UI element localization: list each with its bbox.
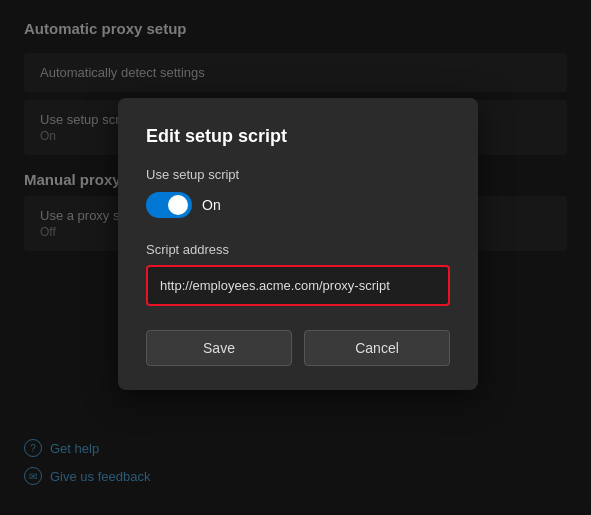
button-row: Save Cancel	[146, 330, 450, 366]
script-address-input[interactable]	[150, 269, 446, 302]
use-setup-script-toggle[interactable]	[146, 192, 192, 218]
modal-title: Edit setup script	[146, 126, 450, 147]
use-setup-script-label: Use setup script	[146, 167, 450, 182]
script-address-input-wrapper	[146, 265, 450, 306]
toggle-row: On	[146, 192, 450, 218]
cancel-button[interactable]: Cancel	[304, 330, 450, 366]
toggle-thumb	[168, 195, 188, 215]
save-button[interactable]: Save	[146, 330, 292, 366]
toggle-state-label: On	[202, 197, 221, 213]
edit-setup-script-modal: Edit setup script Use setup script On Sc…	[118, 98, 478, 390]
script-address-label: Script address	[146, 242, 450, 257]
